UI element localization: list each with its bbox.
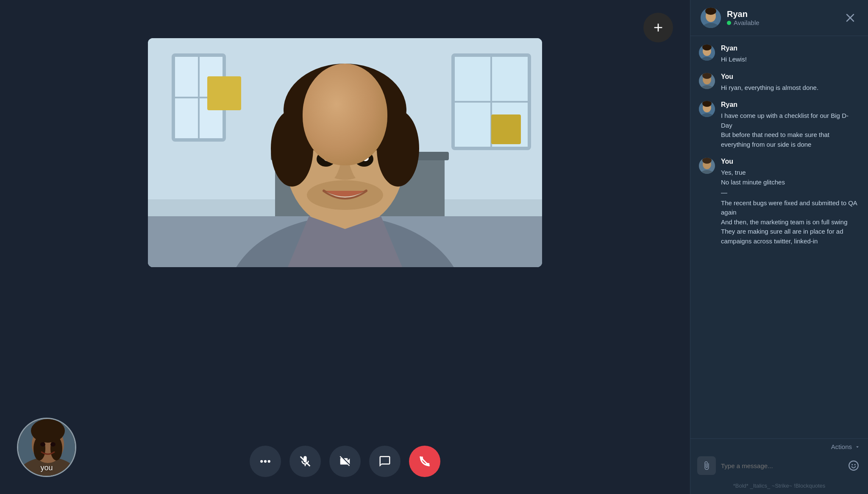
svg-point-71 — [854, 464, 856, 465]
chat-input-area: Actions *Bold* _Ita — [690, 438, 868, 494]
message-input-row — [690, 453, 868, 480]
controls-bar — [250, 446, 440, 477]
message-avatar — [699, 101, 715, 117]
message-sender-name: Ryan — [721, 45, 747, 52]
self-view-thumbnail: you — [17, 418, 76, 477]
message-text: Hi Lewis! — [721, 55, 747, 64]
chat-contact-info: Ryan Available — [701, 8, 760, 28]
svg-point-43 — [264, 460, 267, 463]
svg-point-33 — [307, 180, 383, 210]
svg-rect-15 — [308, 129, 367, 132]
contact-avatar — [701, 8, 721, 28]
svg-point-30 — [355, 151, 373, 167]
message-avatar — [699, 45, 715, 61]
contact-status: Available — [727, 19, 760, 26]
message-sender-name: Ryan — [721, 101, 860, 109]
message-line: Yes, true — [721, 168, 860, 178]
chat-button[interactable] — [369, 446, 401, 477]
message-group: Ryan Hi Lewis! — [699, 45, 860, 64]
message-text: Hi ryan, everything is almost done. — [721, 83, 818, 93]
message-body: Ryan Hi Lewis! — [721, 45, 747, 64]
message-line: I have come up with a checklist for our … — [721, 111, 860, 130]
emoji-button[interactable] — [846, 458, 861, 473]
svg-rect-20 — [207, 76, 241, 110]
end-call-button[interactable] — [409, 446, 440, 477]
contact-details: Ryan Available — [727, 9, 760, 26]
svg-rect-21 — [491, 114, 521, 144]
video-toggle-button[interactable] — [329, 446, 361, 477]
message-line: No last minute glitches — [721, 178, 860, 187]
format-hints: *Bold* _Italics_ ~Strike~ !Blockquotes — [690, 480, 868, 494]
message-line: The recent bugs were fixed and submitted… — [721, 198, 860, 218]
svg-point-29 — [317, 151, 335, 167]
message-avatar-you — [699, 73, 715, 89]
message-line: But before that need to make sure that e… — [721, 130, 860, 149]
svg-point-42 — [260, 460, 263, 463]
message-input-field[interactable] — [721, 456, 841, 475]
svg-point-28 — [377, 110, 419, 187]
svg-point-39 — [50, 437, 62, 461]
attach-file-button[interactable] — [697, 456, 716, 475]
message-sender-name: You — [721, 73, 818, 81]
svg-point-41 — [50, 442, 56, 447]
self-view-label: you — [40, 463, 53, 472]
svg-point-31 — [324, 155, 331, 161]
message-body: You Yes, true No last minute glitches — … — [721, 158, 860, 246]
svg-rect-18 — [308, 146, 376, 149]
video-area: you — [0, 0, 690, 494]
actions-bar: Actions — [690, 439, 868, 453]
add-participants-button[interactable] — [643, 13, 673, 42]
svg-point-32 — [362, 155, 369, 161]
message-group: You Yes, true No last minute glitches — … — [699, 158, 860, 246]
messages-list: Ryan Hi Lewis! You Hi ryan, everything i… — [690, 36, 868, 438]
svg-rect-14 — [308, 123, 376, 126]
chat-panel: Ryan Available — [690, 0, 868, 494]
svg-point-27 — [271, 110, 313, 187]
message-avatar-you — [699, 158, 715, 174]
message-body: You Hi ryan, everything is almost done. — [721, 73, 818, 93]
message-group: You Hi ryan, everything is almost done. — [699, 73, 860, 93]
mute-button[interactable] — [289, 446, 321, 477]
actions-label-text: Actions — [831, 443, 852, 450]
more-options-button[interactable] — [250, 446, 281, 477]
message-line: — — [721, 188, 860, 198]
message-body: Ryan I have come up with a checklist for… — [721, 101, 860, 149]
close-chat-button[interactable] — [843, 10, 858, 25]
svg-point-44 — [268, 460, 270, 463]
svg-point-40 — [40, 442, 45, 447]
remote-video — [148, 38, 542, 267]
message-sender-name: You — [721, 158, 860, 165]
svg-rect-16 — [308, 135, 384, 137]
svg-rect-17 — [308, 140, 359, 143]
status-indicator — [727, 21, 731, 25]
svg-point-69 — [849, 461, 858, 470]
svg-point-38 — [33, 437, 45, 461]
message-text: I have come up with a checklist for our … — [721, 111, 860, 149]
contact-name: Ryan — [727, 9, 760, 19]
svg-point-70 — [851, 464, 853, 465]
message-text: Yes, true No last minute glitches — The … — [721, 168, 860, 246]
status-text: Available — [734, 19, 760, 26]
actions-dropdown[interactable]: Actions — [831, 443, 860, 450]
message-group: Ryan I have come up with a checklist for… — [699, 101, 860, 149]
chat-header: Ryan Available — [690, 0, 868, 36]
message-line: They are making sure all are in place fo… — [721, 227, 860, 246]
main-video-frame — [148, 38, 542, 267]
message-line: And then, the marketing team is on full … — [721, 218, 860, 227]
